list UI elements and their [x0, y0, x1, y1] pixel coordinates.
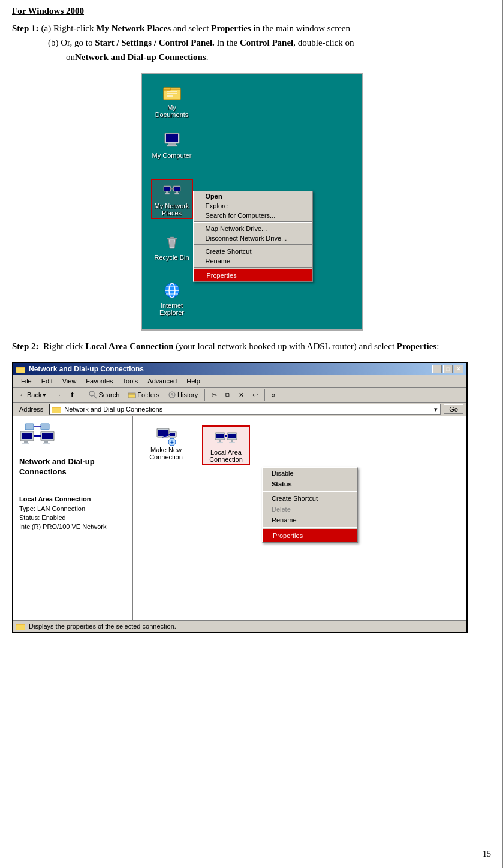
svg-rect-42 — [43, 443, 50, 444]
win-titlebar: Network and Dial-up Connections _ □ ✕ — [13, 363, 466, 375]
step1-part-b4: . — [206, 50, 209, 64]
close-button[interactable]: ✕ — [454, 365, 463, 373]
ctx-rename[interactable]: Rename — [194, 256, 312, 266]
menu-edit[interactable]: Edit — [37, 376, 58, 386]
desktop-icon-mynetwork[interactable]: My Network Places — [151, 179, 193, 219]
step1-line-c: on Network and Dial-up Connections . — [66, 50, 491, 64]
menu-advanced[interactable]: Advanced — [143, 376, 182, 386]
close2-button[interactable]: ✕ — [236, 389, 247, 401]
desktop-icon-ie[interactable]: Internet Explorer — [151, 281, 193, 316]
more-button[interactable]: » — [269, 389, 278, 400]
recyclebin-label: Recycle Bin — [154, 254, 189, 261]
net-ctx-disable[interactable]: Disable — [263, 468, 357, 479]
up-button[interactable]: ⬆ — [67, 389, 78, 401]
copy-button[interactable]: ⧉ — [222, 389, 233, 401]
net-ctx-createshortcut[interactable]: Create Shortcut — [263, 493, 357, 504]
desktop-icon-mydocs[interactable]: My Documents — [151, 83, 193, 118]
folders-button[interactable]: Folders — [125, 389, 162, 401]
toolbar-sep1 — [82, 389, 82, 401]
address-go-button[interactable]: Go — [444, 404, 463, 414]
page-heading: For Windows 2000 — [12, 6, 491, 16]
forward-arrow-icon: → — [55, 391, 61, 398]
left-panel-type: Type: LAN Connection — [19, 505, 107, 512]
menu-tools[interactable]: Tools — [118, 376, 143, 386]
menu-file[interactable]: File — [16, 376, 37, 386]
undo-button[interactable]: ↩ — [249, 389, 261, 401]
recyclebin-icon — [162, 233, 182, 252]
history-button[interactable]: History — [165, 389, 201, 401]
svg-rect-5 — [167, 95, 173, 97]
network-icon — [162, 181, 182, 200]
net-ctx-sep1 — [263, 491, 357, 492]
win-address-bar: Address Network and Dial-up Connections … — [13, 403, 466, 416]
address-dropdown-icon[interactable]: ▾ — [434, 406, 438, 413]
step2-bold2: Properties — [397, 339, 436, 353]
ctx-properties[interactable]: Properties — [194, 269, 312, 281]
svg-rect-14 — [170, 188, 174, 190]
step1-line-a: Step 1: (a) Right-click My Network Place… — [12, 21, 491, 35]
svg-rect-27 — [16, 368, 25, 373]
lan-icon — [214, 428, 238, 449]
step1-part-a: (a) Right-click — [41, 21, 94, 35]
win-network: Network and Dial-up Connections _ □ ✕ Fi… — [12, 362, 468, 633]
win-toolbar: ← Back ▾ → ⬆ Search — [13, 388, 466, 403]
address-label: Address — [16, 405, 46, 413]
ie-label: Internet Explorer — [151, 302, 193, 316]
svg-rect-48 — [158, 430, 168, 436]
svg-rect-34 — [52, 408, 61, 413]
statusbar-text: Displays the properties of the selected … — [29, 623, 176, 630]
net-ctx-properties[interactable]: Properties — [263, 529, 357, 542]
ctx-disconnectnet[interactable]: Disconnect Network Drive... — [194, 233, 312, 243]
ctx-search[interactable]: Search for Computers... — [194, 211, 312, 220]
titlebar-title: Network and Dial-up Connections — [16, 365, 144, 373]
menu-favorites[interactable]: Favorites — [81, 376, 118, 386]
svg-rect-2 — [164, 88, 171, 90]
net-ctx-status[interactable]: Status — [263, 479, 357, 489]
ctx-mapnet[interactable]: Map Network Drive... — [194, 224, 312, 233]
menu-help[interactable]: Help — [182, 376, 205, 386]
net-ctx-rename[interactable]: Rename — [263, 515, 357, 525]
step2-part: Right click — [43, 339, 83, 353]
step1-text-on: on — [66, 50, 75, 64]
local-area-connection-icon[interactable]: Local AreaConnection — [202, 425, 250, 465]
win-menubar: File Edit View Favorites Tools Advanced … — [13, 375, 466, 388]
maximize-button[interactable]: □ — [443, 365, 453, 373]
search-icon — [89, 391, 97, 399]
win-controls[interactable]: _ □ ✕ — [432, 365, 463, 373]
ctx-createshortcut[interactable]: Create Shortcut — [194, 247, 312, 256]
svg-rect-64 — [16, 625, 25, 630]
svg-rect-50 — [170, 433, 175, 436]
win-left-panel: Network and Dial-up Connections Local Ar… — [13, 416, 133, 620]
step1-bold1: My Network Places — [96, 21, 171, 35]
svg-rect-44 — [25, 424, 34, 430]
make-new-connection-icon[interactable]: + Make NewConnection — [142, 425, 190, 465]
titlebar-text: Network and Dial-up Connections — [29, 365, 144, 373]
svg-rect-31 — [128, 394, 135, 398]
step1-bold5: Network and Dial-up Connections — [75, 50, 206, 64]
win-desktop: My Documents My Computer — [141, 73, 363, 331]
desktop-screenshot-container: My Documents My Computer — [12, 73, 491, 331]
menu-view[interactable]: View — [58, 376, 82, 386]
cut-button[interactable]: ✂ — [209, 389, 220, 401]
left-panel-section-title: Local Area Connection — [19, 495, 107, 503]
svg-rect-38 — [22, 443, 29, 444]
win-right-panel: + Make NewConnection — [133, 416, 466, 620]
statusbar-icon — [16, 622, 26, 630]
ctx-open[interactable]: Open — [194, 191, 312, 201]
back-button[interactable]: ← Back ▾ — [16, 389, 49, 401]
net-ctx-sep2 — [263, 527, 357, 528]
desktop-icon-recyclebin[interactable]: Recycle Bin — [151, 233, 193, 261]
ctx-sep3 — [194, 267, 312, 268]
forward-button[interactable]: → — [52, 389, 64, 400]
svg-rect-16 — [176, 191, 178, 193]
folder-icon — [162, 83, 182, 102]
win-content-area: Network and Dial-up Connections Local Ar… — [13, 416, 466, 620]
desktop-icon-mycomputer[interactable]: My Computer — [151, 131, 193, 159]
ctx-explore[interactable]: Explore — [194, 201, 312, 211]
search-button[interactable]: Search — [86, 389, 122, 401]
net-ctx-delete: Delete — [263, 504, 357, 515]
minimize-button[interactable]: _ — [432, 365, 442, 373]
step1-part-b: (b) Or, go to — [48, 35, 92, 50]
address-text: Network and Dial-up Connections — [64, 406, 162, 413]
address-input[interactable]: Network and Dial-up Connections ▾ — [49, 404, 441, 415]
